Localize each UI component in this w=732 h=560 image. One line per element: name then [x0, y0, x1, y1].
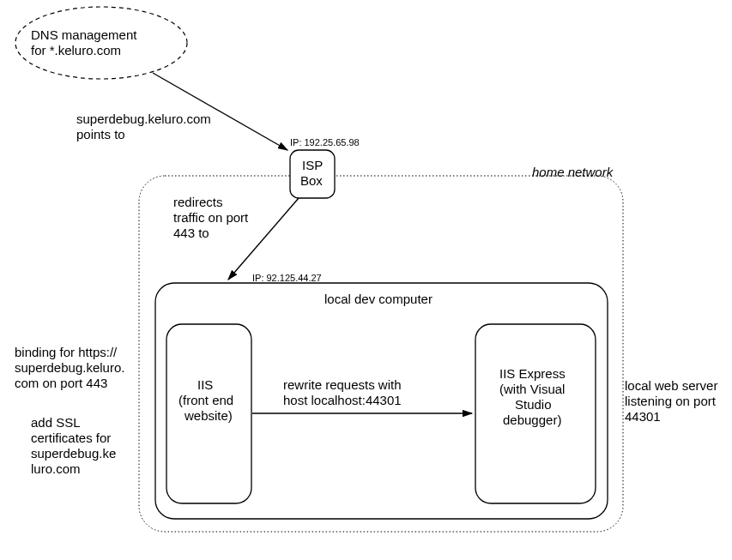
right-line2: listening on port [625, 394, 716, 410]
isp-arrow-line1: redirects [173, 195, 223, 211]
ssl-line1: add SSL [31, 415, 81, 431]
iis-line2: (front end [178, 393, 233, 409]
ssl-line4: luro.com [31, 461, 81, 478]
ssl-line3: superdebug.ke [31, 446, 116, 462]
iis-express-line4: debugger) [503, 412, 561, 429]
diagram-canvas [0, 0, 732, 560]
home-network-label: home network [532, 165, 613, 181]
isp-line1: ISP [302, 158, 323, 174]
iis-express-line2: (with Visual [499, 382, 565, 398]
dev-title: local dev computer [324, 292, 433, 308]
isp-line2: Box [300, 173, 323, 190]
iis-line3: website) [185, 408, 233, 425]
isp-arrow-line2: traffic on port [173, 210, 248, 226]
binding-line1: binding for https:// [15, 345, 117, 361]
dns-title-line1: DNS management [31, 27, 136, 44]
dns-arrow-line1: superdebug.keluro.com [76, 111, 211, 128]
iis-express-line3: Studio [515, 397, 552, 413]
rewrite-line1: rewrite requests with [283, 377, 402, 394]
iis-line1: IIS [197, 377, 213, 394]
binding-line2: superdebug.keluro. [15, 360, 124, 376]
iis-express-line1: IIS Express [499, 366, 566, 382]
rewrite-line2: host localhost:44301 [283, 393, 402, 409]
right-line3: 44301 [625, 409, 661, 425]
dns-arrow-line2: points to [76, 127, 125, 143]
isp-arrow-line3: 443 to [173, 226, 209, 242]
dns-title-line2: for *.keluro.com [31, 43, 121, 59]
binding-line3: com on port 443 [15, 376, 107, 392]
ssl-line2: certificates for [31, 431, 111, 447]
isp-ip-label: IP: 192.25.65.98 [290, 137, 360, 149]
right-line1: local web server [625, 378, 717, 394]
dev-ip-label: IP: 92.125.44.27 [252, 273, 322, 285]
